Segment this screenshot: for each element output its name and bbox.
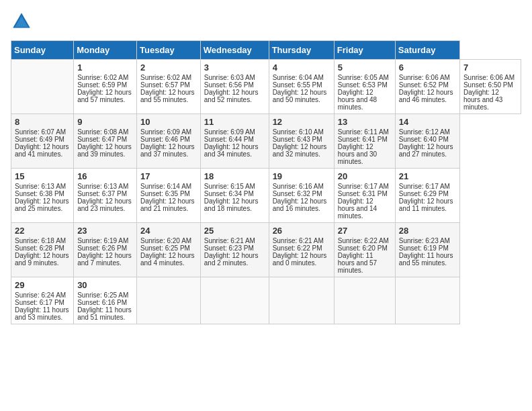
day-cell-12: 12Sunrise: 6:10 AMSunset: 6:43 PMDayligh… [269,114,334,169]
sunset: Sunset: 6:17 PM [15,299,64,306]
day-cell-1: 1Sunrise: 6:02 AMSunset: 6:59 PMDaylight… [74,60,137,114]
sunrise: Sunrise: 6:17 AM [338,183,389,190]
daylight: Daylight: 12 hours and 57 minutes. [77,89,132,103]
sunrise: Sunrise: 6:03 AM [204,74,255,81]
sunrise: Sunrise: 6:12 AM [399,128,450,136]
sunset: Sunset: 6:44 PM [204,136,254,143]
sunset: Sunset: 6:35 PM [140,190,190,197]
daylight: Daylight: 12 hours and 21 minutes. [140,197,195,212]
day-number: 19 [273,171,330,181]
sunset: Sunset: 6:29 PM [399,190,449,197]
sunset: Sunset: 6:47 PM [77,136,127,143]
sunset: Sunset: 6:22 PM [273,244,322,252]
day-cell-30: 30Sunrise: 6:25 AMSunset: 6:16 PMDayligh… [74,277,137,324]
sunrise: Sunrise: 6:02 AM [140,74,191,81]
column-header-thursday: Thursday [269,41,334,60]
day-cell-29: 29Sunrise: 6:24 AMSunset: 6:17 PMDayligh… [11,277,74,324]
day-number: 9 [77,117,133,127]
sunset: Sunset: 6:16 PM [77,299,127,306]
day-number: 15 [15,171,70,181]
week-row-5: 29Sunrise: 6:24 AMSunset: 6:17 PMDayligh… [11,277,521,324]
day-cell-7: 7Sunrise: 6:06 AMSunset: 6:50 PMDaylight… [459,60,521,114]
day-number: 6 [399,62,456,73]
sunrise: Sunrise: 6:08 AM [77,128,128,136]
sunrise: Sunrise: 6:09 AM [140,128,191,136]
day-number: 18 [204,171,265,181]
daylight: Daylight: 12 hours and 39 minutes. [77,143,132,158]
sunrise: Sunrise: 6:21 AM [204,237,255,244]
logo-icon [11,11,32,32]
day-cell-10: 10Sunrise: 6:09 AMSunset: 6:46 PMDayligh… [137,114,201,169]
sunset: Sunset: 6:41 PM [338,136,388,143]
page-header [11,11,521,32]
sunset: Sunset: 6:28 PM [15,244,64,252]
day-number: 13 [338,117,392,127]
sunset: Sunset: 6:25 PM [140,244,190,252]
day-cell-15: 15Sunrise: 6:13 AMSunset: 6:38 PMDayligh… [11,169,74,223]
calendar-header-row: SundayMondayTuesdayWednesdayThursdayFrid… [11,41,521,60]
daylight: Daylight: 12 hours and 34 minutes. [204,143,259,158]
sunset: Sunset: 6:56 PM [204,81,254,89]
sunset: Sunset: 6:19 PM [399,244,449,252]
daylight: Daylight: 12 hours and 11 minutes. [399,197,453,212]
sunset: Sunset: 6:59 PM [77,81,127,89]
day-cell-24: 24Sunrise: 6:20 AMSunset: 6:25 PMDayligh… [137,223,201,277]
sunrise: Sunrise: 6:14 AM [140,183,191,190]
daylight: Daylight: 11 hours and 53 minutes. [15,306,69,321]
day-cell-23: 23Sunrise: 6:19 AMSunset: 6:26 PMDayligh… [74,223,137,277]
day-number: 23 [77,226,133,236]
sunset: Sunset: 6:37 PM [77,190,127,197]
sunset: Sunset: 6:31 PM [338,190,388,197]
day-cell-28: 28Sunrise: 6:23 AMSunset: 6:19 PMDayligh… [395,223,459,277]
day-cell-18: 18Sunrise: 6:15 AMSunset: 6:34 PMDayligh… [200,169,269,223]
daylight: Daylight: 11 hours and 55 minutes. [399,252,453,267]
day-cell-5: 5Sunrise: 6:05 AMSunset: 6:53 PMDaylight… [334,60,395,114]
sunset: Sunset: 6:26 PM [77,244,127,252]
day-cell-9: 9Sunrise: 6:08 AMSunset: 6:47 PMDaylight… [74,114,137,169]
daylight: Daylight: 12 hours and 27 minutes. [399,143,453,158]
daylight: Daylight: 12 hours and 18 minutes. [204,197,259,212]
sunrise: Sunrise: 6:20 AM [140,237,191,244]
day-number: 16 [77,171,133,181]
day-number: 2 [140,62,197,73]
day-cell-6: 6Sunrise: 6:06 AMSunset: 6:52 PMDaylight… [395,60,459,114]
week-row-4: 22Sunrise: 6:18 AMSunset: 6:28 PMDayligh… [11,223,521,277]
daylight: Daylight: 12 hours and 30 minutes. [338,143,377,165]
daylight: Daylight: 12 hours and 43 minutes. [463,89,502,111]
daylight: Daylight: 12 hours and 55 minutes. [140,89,195,103]
sunrise: Sunrise: 6:22 AM [338,237,389,244]
sunset: Sunset: 6:32 PM [273,190,322,197]
day-number: 26 [273,226,330,236]
column-header-sunday: Sunday [11,41,74,60]
sunset: Sunset: 6:43 PM [273,136,322,143]
sunrise: Sunrise: 6:10 AM [273,128,324,136]
sunrise: Sunrise: 6:16 AM [273,183,324,190]
day-number: 3 [204,62,265,73]
empty-cell [11,60,74,114]
sunset: Sunset: 6:55 PM [273,81,322,89]
day-number: 28 [399,226,456,236]
day-number: 20 [338,171,392,181]
sunrise: Sunrise: 6:18 AM [15,237,66,244]
daylight: Daylight: 12 hours and 46 minutes. [399,89,453,103]
sunrise: Sunrise: 6:17 AM [399,183,450,190]
empty-cell [269,277,334,324]
day-cell-27: 27Sunrise: 6:22 AMSunset: 6:20 PMDayligh… [334,223,395,277]
sunset: Sunset: 6:52 PM [399,81,449,89]
day-cell-22: 22Sunrise: 6:18 AMSunset: 6:28 PMDayligh… [11,223,74,277]
sunset: Sunset: 6:49 PM [15,136,64,143]
day-number: 1 [77,62,133,73]
day-number: 21 [399,171,456,181]
day-cell-3: 3Sunrise: 6:03 AMSunset: 6:56 PMDaylight… [200,60,269,114]
day-cell-25: 25Sunrise: 6:21 AMSunset: 6:23 PMDayligh… [200,223,269,277]
sunset: Sunset: 6:34 PM [204,190,254,197]
day-number: 29 [15,280,70,290]
daylight: Daylight: 12 hours and 9 minutes. [15,252,69,267]
daylight: Daylight: 12 hours and 0 minutes. [273,252,327,267]
week-row-1: 1Sunrise: 6:02 AMSunset: 6:59 PMDaylight… [11,60,521,114]
daylight: Daylight: 12 hours and 52 minutes. [204,89,259,103]
day-cell-14: 14Sunrise: 6:12 AMSunset: 6:40 PMDayligh… [395,114,459,169]
sunrise: Sunrise: 6:25 AM [77,291,128,299]
column-header-friday: Friday [334,41,395,60]
sunrise: Sunrise: 6:02 AM [77,74,128,81]
